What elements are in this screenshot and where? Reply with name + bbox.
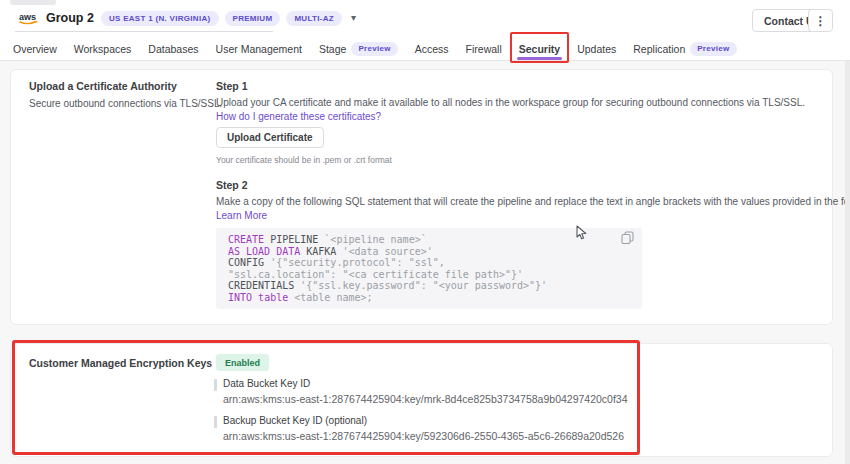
tab-bar: OverviewWorkspacesDatabasesUser Manageme… bbox=[12, 36, 738, 61]
group-selector-underline bbox=[15, 31, 273, 32]
code-segment: KAFKA bbox=[300, 246, 342, 257]
key-arn-value: arn:aws:kms:us-east-1:287674425904:key/m… bbox=[223, 393, 628, 405]
tab-workspaces[interactable]: Workspaces bbox=[73, 36, 133, 61]
caret-down-icon[interactable]: ▾ bbox=[351, 13, 356, 23]
scrollbar-track[interactable] bbox=[845, 0, 850, 464]
code-line: CREATE PIPELINE `<pipeline name>` bbox=[228, 234, 630, 246]
aws-logo-icon: aws bbox=[18, 11, 39, 25]
mouse-cursor bbox=[576, 225, 588, 245]
group-badge: PREMIUM bbox=[225, 11, 281, 26]
tab-label: Workspaces bbox=[74, 43, 132, 55]
section-title: Upload a Certificate Authority bbox=[29, 80, 177, 92]
key-label: Backup Bucket Key ID (optional) bbox=[223, 415, 624, 426]
tab-label: Firewall bbox=[466, 43, 502, 55]
code-segment: PIPELINE bbox=[264, 234, 324, 245]
code-line: "ssl.ca.location": "<ca certificate file… bbox=[228, 269, 630, 281]
code-segment: CREATE bbox=[228, 234, 264, 245]
code-segment: CONFIG bbox=[228, 257, 270, 268]
kebab-menu-icon: ⋮ bbox=[815, 14, 827, 28]
code-segment: AS LOAD DATA bbox=[228, 246, 300, 257]
generate-certificates-link[interactable]: How do I generate these certificates? bbox=[216, 111, 381, 122]
page-header: aws Group 2 US EAST 1 (N. VIRGINIA)PREMI… bbox=[0, 0, 850, 61]
key-label: Data Bucket Key ID bbox=[223, 378, 628, 389]
tab-label: Stage bbox=[319, 43, 346, 55]
code-line: INTO table <table name>; bbox=[228, 292, 630, 304]
code-segment: CREDENTIALS bbox=[228, 280, 300, 291]
tab-security[interactable]: Security bbox=[518, 36, 561, 61]
tab-label: Access bbox=[415, 43, 449, 55]
code-segment: "ssl.ca.location": "<ca certificate file… bbox=[228, 269, 523, 280]
tab-label: User Management bbox=[216, 43, 302, 55]
code-segment: INTO bbox=[228, 292, 252, 303]
tab-overview[interactable]: Overview bbox=[12, 36, 58, 61]
code-segment: <table name>; bbox=[294, 292, 372, 303]
code-line: AS LOAD DATA KAFKA '<data source>' bbox=[228, 246, 630, 258]
code-segment: '{"security.protocol": "ssl", bbox=[270, 257, 445, 268]
preview-badge: Preview bbox=[690, 42, 736, 56]
upload-certificate-button[interactable]: Upload Certificate bbox=[216, 127, 324, 148]
step2-description: Make a copy of the following SQL stateme… bbox=[216, 196, 850, 207]
top-left-artifact bbox=[10, 0, 56, 5]
code-segment: '<data source>' bbox=[342, 246, 432, 257]
tab-label: Security bbox=[519, 43, 560, 55]
step1-title: Step 1 bbox=[216, 80, 248, 92]
tab-firewall[interactable]: Firewall bbox=[465, 36, 503, 61]
kebab-menu-button[interactable]: ⋮ bbox=[808, 9, 833, 32]
encryption-keys-list: Data Bucket Key IDarn:aws:kms:us-east-1:… bbox=[214, 378, 628, 442]
code-line: CREDENTIALS '{"ssl.key.password": "<your… bbox=[228, 280, 630, 292]
tab-databases[interactable]: Databases bbox=[147, 36, 199, 61]
tab-label: Databases bbox=[148, 43, 198, 55]
encryption-section-title: Customer Managed Encryption Keys bbox=[29, 357, 212, 369]
tab-label: Replication bbox=[633, 43, 685, 55]
tab-access[interactable]: Access bbox=[414, 36, 450, 61]
tab-replication[interactable]: ReplicationPreview bbox=[632, 36, 737, 61]
key-arn-value: arn:aws:kms:us-east-1:287674425904:key/5… bbox=[223, 430, 624, 442]
section-subtitle: Secure outbound connections via TLS/SSL. bbox=[29, 98, 222, 109]
group-badge: US EAST 1 (N. VIRGINIA) bbox=[101, 11, 219, 26]
tab-stage[interactable]: StagePreview bbox=[318, 36, 399, 61]
certificate-format-hint: Your certificate should be in .pem or .c… bbox=[216, 155, 392, 165]
group-badges: US EAST 1 (N. VIRGINIA)PREMIUMMULTI-AZ bbox=[101, 11, 342, 26]
key-divider-bar bbox=[214, 416, 217, 428]
workspace-group-security-page: aws Group 2 US EAST 1 (N. VIRGINIA)PREMI… bbox=[0, 0, 850, 464]
copy-icon[interactable] bbox=[619, 231, 635, 247]
tab-label: Updates bbox=[577, 43, 616, 55]
key-texts: Backup Bucket Key ID (optional)arn:aws:k… bbox=[223, 415, 624, 442]
tab-label: Overview bbox=[13, 43, 57, 55]
tab-user-management[interactable]: User Management bbox=[215, 36, 303, 61]
tab-updates[interactable]: Updates bbox=[576, 36, 617, 61]
enabled-status-badge: Enabled bbox=[216, 354, 269, 371]
code-segment: '{"ssl.key.password": "<your password>"}… bbox=[300, 280, 547, 291]
group-badge: MULTI-AZ bbox=[286, 11, 342, 26]
code-line: CONFIG '{"security.protocol": "ssl", bbox=[228, 257, 630, 269]
step1-description: Upload your CA certificate and make it a… bbox=[216, 97, 805, 108]
svg-text:aws: aws bbox=[19, 12, 36, 22]
preview-badge: Preview bbox=[351, 42, 397, 56]
step2-title: Step 2 bbox=[216, 179, 248, 191]
key-divider-bar bbox=[214, 379, 217, 391]
group-title: Group 2 bbox=[46, 11, 94, 25]
learn-more-link[interactable]: Learn More bbox=[216, 210, 267, 221]
code-segment: table bbox=[252, 292, 294, 303]
certificate-authority-card: Upload a Certificate Authority Secure ou… bbox=[10, 69, 833, 325]
encryption-key-item: Backup Bucket Key ID (optional)arn:aws:k… bbox=[214, 415, 628, 442]
encryption-key-item: Data Bucket Key IDarn:aws:kms:us-east-1:… bbox=[214, 378, 628, 405]
group-selector[interactable]: aws Group 2 US EAST 1 (N. VIRGINIA)PREMI… bbox=[18, 7, 356, 29]
encryption-keys-card: Customer Managed Encryption Keys Preview… bbox=[10, 343, 833, 457]
code-segment: `<pipeline name>` bbox=[324, 234, 426, 245]
key-texts: Data Bucket Key IDarn:aws:kms:us-east-1:… bbox=[223, 378, 628, 405]
